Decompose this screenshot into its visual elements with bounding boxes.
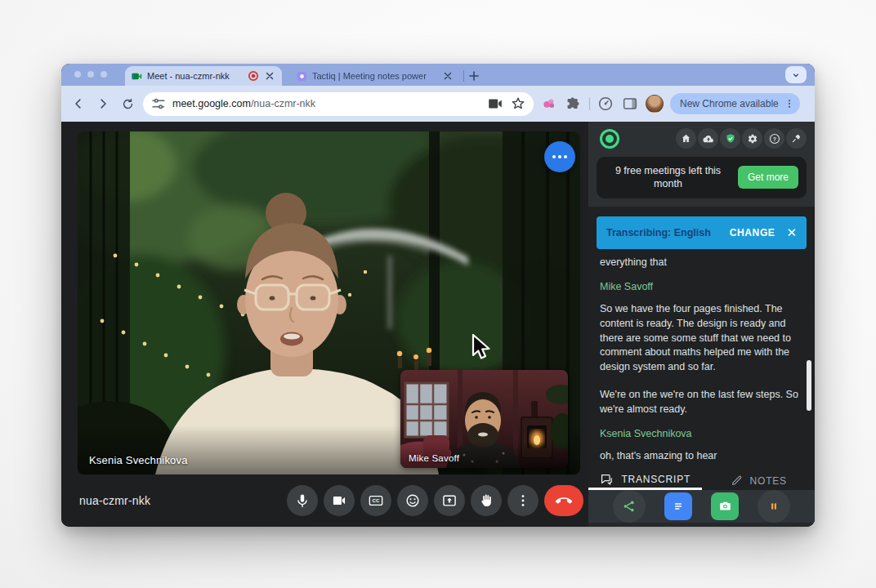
tactiq-tab-bar: TRANSCRIPT NOTES bbox=[588, 472, 815, 490]
reactions-button[interactable] bbox=[397, 485, 428, 516]
browser-window: Meet - nua-czmr-nkk Tactiq | Meeting not… bbox=[61, 64, 815, 527]
tab-notes-label: NOTES bbox=[750, 475, 787, 487]
share-button[interactable] bbox=[613, 490, 646, 523]
more-menu-icon[interactable] bbox=[784, 98, 795, 109]
tactiq-footer bbox=[588, 523, 815, 527]
site-settings-icon[interactable] bbox=[150, 95, 168, 113]
help-button[interactable]: ? bbox=[764, 128, 784, 149]
extensions-puzzle-icon[interactable] bbox=[565, 95, 583, 113]
transcript-line: So we have the four pages finished. The … bbox=[600, 302, 803, 375]
tab-meet[interactable]: Meet - nua-czmr-nkk bbox=[125, 66, 282, 86]
url-text[interactable]: meet.google.com/nua-czmr-nkk bbox=[172, 98, 481, 109]
chat-bubbles-icon bbox=[599, 472, 615, 488]
home-button[interactable] bbox=[676, 128, 696, 149]
tactiq-extension-icon[interactable] bbox=[540, 95, 558, 113]
tab-strip: Meet - nua-czmr-nkk Tactiq | Meeting not… bbox=[61, 64, 815, 86]
window-traffic-lights[interactable] bbox=[74, 71, 107, 78]
transcript-line: everything that bbox=[600, 256, 803, 270]
pencil-icon bbox=[730, 474, 744, 488]
toolbar-divider bbox=[589, 97, 590, 110]
cloud-upload-button[interactable] bbox=[698, 128, 718, 149]
google-docs-button[interactable] bbox=[664, 492, 692, 520]
speaker-name: Mike Savoff bbox=[600, 280, 803, 295]
tab-search-button[interactable] bbox=[785, 66, 807, 83]
svg-text:CC: CC bbox=[373, 497, 380, 503]
meet-control-bar: nua-czmr-nkk CC bbox=[61, 474, 588, 527]
camera-in-use-icon[interactable] bbox=[486, 95, 504, 113]
page-content: Ksenia Svechnikova bbox=[61, 122, 815, 527]
transcript-list[interactable]: everything that Mike Savoff So we have t… bbox=[588, 249, 815, 472]
tactiq-sidebar: ? 9 free meetings left this month Get mo… bbox=[588, 122, 815, 527]
transcript-line: We're on the we're on the last few steps… bbox=[600, 388, 803, 417]
back-button[interactable] bbox=[69, 95, 87, 113]
tab-tactiq[interactable]: Tactiq | Meeting notes power bbox=[290, 66, 460, 86]
microphone-button[interactable] bbox=[287, 485, 318, 516]
free-meetings-text: 9 free meetings left this month bbox=[605, 164, 731, 191]
more-options-button[interactable] bbox=[507, 485, 539, 516]
tab-notes[interactable]: NOTES bbox=[702, 472, 816, 490]
tab-transcript[interactable]: TRANSCRIPT bbox=[588, 472, 702, 490]
raise-hand-button[interactable] bbox=[471, 485, 502, 516]
pause-button[interactable] bbox=[758, 490, 790, 523]
settings-gear-button[interactable] bbox=[742, 128, 762, 149]
transcribing-label: Transcribing: English bbox=[606, 227, 722, 238]
close-banner-button[interactable]: ✕ bbox=[786, 225, 797, 240]
free-meetings-card: 9 free meetings left this month Get more bbox=[597, 157, 807, 198]
update-chrome-chip[interactable]: New Chrome available bbox=[670, 93, 800, 114]
transcript-line: oh, that's amazing to hear bbox=[600, 449, 803, 464]
tactiq-favicon bbox=[297, 71, 307, 82]
recording-status-icon bbox=[600, 129, 619, 149]
end-call-button[interactable] bbox=[544, 485, 583, 516]
bookmark-star-icon[interactable] bbox=[509, 95, 527, 113]
pip-video-tile[interactable]: Mike Savoff bbox=[400, 370, 568, 468]
main-video-tile[interactable]: Ksenia Svechnikova bbox=[78, 131, 580, 474]
browser-toolbar: meet.google.com/nua-czmr-nkk New Chrome … bbox=[61, 86, 815, 122]
tab-title: Tactiq | Meeting notes power bbox=[312, 71, 437, 81]
close-tab-icon[interactable] bbox=[442, 70, 454, 82]
update-chip-label: New Chrome available bbox=[680, 98, 779, 109]
present-button[interactable] bbox=[434, 485, 465, 516]
transcript-scrollbar[interactable] bbox=[807, 360, 811, 411]
transcribing-banner: Transcribing: English CHANGE ✕ bbox=[597, 216, 807, 249]
pip-name-label: Mike Savoff bbox=[409, 453, 459, 463]
speaker-name: Ksenia Svechnikova bbox=[600, 427, 803, 442]
forward-button[interactable] bbox=[94, 95, 112, 113]
meet-main-area: Ksenia Svechnikova bbox=[61, 122, 588, 527]
pin-button[interactable] bbox=[786, 128, 807, 149]
tactiq-header: ? 9 free meetings left this month Get mo… bbox=[588, 122, 815, 207]
gauge-extension-icon[interactable] bbox=[597, 95, 615, 113]
get-more-button[interactable]: Get more bbox=[738, 166, 798, 189]
tactiq-action-bar bbox=[588, 490, 815, 523]
svg-text:?: ? bbox=[772, 136, 775, 141]
meeting-code-label: nua-czmr-nkk bbox=[79, 494, 150, 507]
change-language-button[interactable]: CHANGE bbox=[730, 227, 775, 238]
tab-title: Meet - nua-czmr-nkk bbox=[147, 71, 243, 81]
camera-button[interactable] bbox=[324, 485, 355, 516]
url-bar[interactable]: meet.google.com/nua-czmr-nkk bbox=[143, 92, 534, 116]
recording-indicator-icon bbox=[248, 70, 259, 82]
tab-divider bbox=[463, 70, 464, 82]
reload-button[interactable] bbox=[118, 95, 136, 113]
tactiq-body: Transcribing: English CHANGE ✕ everythin… bbox=[588, 207, 815, 472]
chat-bubble-button[interactable] bbox=[544, 141, 575, 172]
captions-button[interactable]: CC bbox=[360, 485, 391, 516]
chevron-down-icon bbox=[791, 70, 801, 80]
close-tab-icon[interactable] bbox=[264, 70, 275, 82]
meet-favicon bbox=[132, 71, 142, 82]
profile-avatar[interactable] bbox=[646, 95, 664, 113]
shield-check-button[interactable] bbox=[720, 128, 740, 149]
new-tab-button[interactable] bbox=[467, 69, 480, 82]
screenshot-button[interactable] bbox=[711, 492, 739, 520]
side-panel-icon[interactable] bbox=[621, 95, 639, 113]
tab-transcript-label: TRANSCRIPT bbox=[621, 474, 691, 485]
participant-name-label: Ksenia Svechnikova bbox=[89, 454, 188, 466]
